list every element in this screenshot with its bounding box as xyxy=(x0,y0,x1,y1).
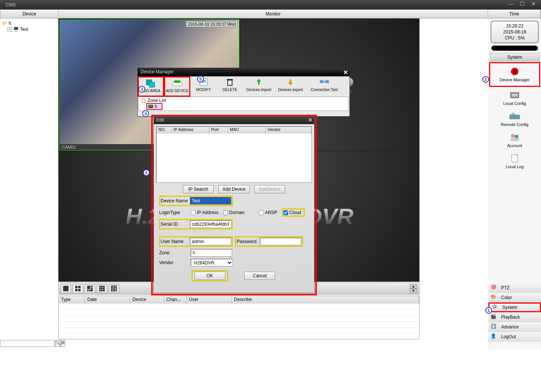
layout-1-button[interactable] xyxy=(61,284,71,293)
menu-advance[interactable]: ⬇️Advance xyxy=(488,322,541,332)
domain-radio[interactable]: Domain xyxy=(223,210,245,215)
menu-color[interactable]: 🎨Color xyxy=(488,293,541,302)
callout-6: 6 xyxy=(143,169,150,176)
menu-ptz[interactable]: 🎯PTZ xyxy=(488,283,541,293)
layout-4-button[interactable] xyxy=(73,284,83,293)
login-type-label: LoginType xyxy=(159,210,188,215)
ip-search-button[interactable]: IP Search xyxy=(183,185,214,193)
ok-button[interactable]: OK xyxy=(195,272,225,280)
tree-root-label: h xyxy=(9,21,11,26)
device-manager-close-button[interactable]: ✕ xyxy=(343,69,348,76)
device-manager-button[interactable]: Device Manager xyxy=(489,62,540,87)
clock-time: 15:29:22 xyxy=(491,23,538,29)
vendor-select[interactable]: H264DVR xyxy=(191,259,233,266)
svg-rect-27 xyxy=(115,287,117,288)
system-section-header: System xyxy=(490,53,539,61)
account-button[interactable]: Account xyxy=(488,130,541,151)
expand-icon[interactable]: + xyxy=(8,27,12,32)
layout-9-button[interactable] xyxy=(97,284,107,293)
local-log-label: Local Log xyxy=(488,164,541,169)
color-icon: 🎨 xyxy=(491,294,499,301)
svg-rect-35 xyxy=(115,290,117,291)
log-table: Type Date Device Chan... User Describe xyxy=(58,296,419,339)
account-label: Account xyxy=(488,143,541,148)
log-col-device: Device xyxy=(130,296,164,304)
svg-rect-22 xyxy=(114,286,115,287)
arsp-checkbox[interactable]: ARSP xyxy=(259,210,277,215)
system-icon: ⚙️ xyxy=(492,304,500,311)
remote-config-label: Remote Config xyxy=(488,122,541,127)
local-log-button[interactable]: Local Log xyxy=(488,151,541,172)
svg-rect-33 xyxy=(112,290,114,291)
ip-address-radio[interactable]: IP Address xyxy=(191,210,219,215)
edit-close-button[interactable]: ✕ xyxy=(308,117,313,123)
menu-playback[interactable]: 🎬PlayBack xyxy=(488,312,541,322)
connection-test-button[interactable]: Connection Test xyxy=(306,76,342,97)
layout-16-button[interactable] xyxy=(109,284,119,293)
menu-system[interactable]: ⚙️System xyxy=(488,302,541,312)
search-input[interactable] xyxy=(0,340,55,347)
menu-logout[interactable]: 👤LogOut xyxy=(488,332,541,342)
delete-button[interactable]: DELETE xyxy=(217,76,243,97)
col-port: Port xyxy=(209,127,228,134)
remote-config-button[interactable]: Remote Config xyxy=(488,109,541,130)
zone-label: Zone xyxy=(159,250,188,255)
password-input[interactable] xyxy=(260,238,301,245)
devices-export-button[interactable]: Devices export xyxy=(275,76,306,97)
monitor-header: Monitor xyxy=(59,10,488,18)
edit-dialog: Edit ✕ NO. IP Address Port MAC Vendor IP… xyxy=(153,116,315,293)
add-device-button[interactable]: ADD DEVICE xyxy=(164,76,190,97)
serial-id-input[interactable] xyxy=(190,220,231,228)
search-button[interactable]: 🔍 xyxy=(55,340,61,347)
callout-1: 1 xyxy=(485,307,492,314)
minimize-button[interactable]: — xyxy=(505,1,517,8)
tree-device-icon: 🖥️ xyxy=(13,27,19,32)
svg-rect-29 xyxy=(112,289,114,290)
cancel-button[interactable]: Cancel xyxy=(244,272,275,280)
export-label: Devices export xyxy=(278,88,303,92)
vendor-label: Vendor xyxy=(159,260,188,265)
svg-rect-23 xyxy=(115,286,117,287)
add-device-button2[interactable]: Add Device xyxy=(218,185,249,193)
tree-child[interactable]: + 🖥️ Test xyxy=(2,26,56,32)
device-name-label: Device Name xyxy=(161,198,190,204)
local-config-button[interactable]: Local Config xyxy=(488,88,541,109)
local-log-icon xyxy=(508,153,521,164)
maximize-button[interactable]: ☐ xyxy=(517,1,528,8)
svg-rect-6 xyxy=(91,286,93,288)
zone-item-h[interactable]: 📟 h xyxy=(146,103,163,110)
local-config-label: Local Config xyxy=(488,101,541,106)
menu-playback-label: PlayBack xyxy=(501,315,520,320)
tree-root[interactable]: 📁 h xyxy=(2,20,56,26)
close-button[interactable]: ✕ xyxy=(528,1,539,8)
svg-rect-28 xyxy=(111,289,112,290)
title-bar: CMS — ☐ ✕ xyxy=(0,0,541,9)
svg-rect-8 xyxy=(87,290,89,292)
logout-icon: 👤 xyxy=(491,333,499,340)
remote-config-icon xyxy=(508,111,521,122)
svg-rect-16 xyxy=(103,288,105,290)
svg-rect-3 xyxy=(75,289,78,291)
clock-box: 15:29:22 2015-08-19 CPU : 5% xyxy=(491,21,539,43)
menu-ptz-label: PTZ xyxy=(501,285,510,290)
edit-titlebar: Edit ✕ xyxy=(154,117,314,124)
user-name-input[interactable] xyxy=(190,238,231,245)
device-manager-toolbar: ADD AREA ADD DEVICE MODIFY DELETE Device… xyxy=(138,76,350,97)
device-name-input[interactable] xyxy=(190,197,231,205)
import-icon xyxy=(253,77,265,87)
zone-list: 📋 Zone List 📟 h xyxy=(138,97,349,111)
cloud-checkbox[interactable]: Cloud xyxy=(283,210,301,215)
callout-4: 4 xyxy=(142,110,149,117)
modify-label: MODIFY xyxy=(196,88,211,92)
svg-rect-53 xyxy=(227,79,233,80)
page-up-button[interactable]: ▲ xyxy=(410,284,417,289)
refresh-button[interactable]: ⟳ xyxy=(61,340,65,347)
advance-icon: ⬇️ xyxy=(491,324,499,330)
time-header: Time xyxy=(488,10,541,18)
zone-list-header: 📋 Zone List xyxy=(140,98,348,103)
svg-rect-5 xyxy=(87,286,91,289)
devices-import-button[interactable]: Devices import xyxy=(243,76,275,97)
col-no: NO. xyxy=(157,127,172,134)
layout-6-button[interactable] xyxy=(85,284,95,293)
page-down-button[interactable]: ▼ xyxy=(410,289,417,293)
